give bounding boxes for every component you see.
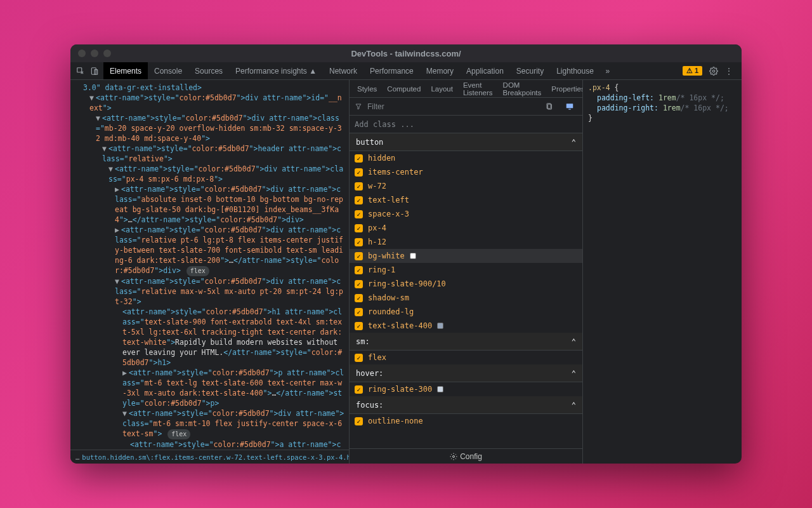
dom-node[interactable]: <attr-name">style="color:#5db0d7">h1 att… [74,307,345,368]
checkbox-icon[interactable]: ✓ [355,266,363,274]
more-tabs-icon[interactable]: » [601,65,614,77]
main-tab-network[interactable]: Network [323,62,363,79]
class-item[interactable]: ✓ring-1 [350,263,582,277]
checkbox-icon[interactable]: ✓ [355,154,363,163]
main-tab-lighthouse[interactable]: Lighthouse [550,62,600,79]
class-item[interactable]: ✓rounded-lg [350,305,582,319]
css-declaration[interactable]: padding-left: 1rem/* 16px */; [597,93,737,103]
dom-node[interactable]: ▶<attr-name">style="color:#5db0d7">div a… [74,225,345,276]
dom-tree[interactable]: 3.0" data-gr-ext-installed>▼<attr-name">… [70,80,349,450]
dom-node[interactable]: ▶<attr-name">style="color:#5db0d7">div a… [74,184,345,225]
class-item[interactable]: ✓items-center [350,165,582,179]
filter-input[interactable] [367,102,537,111]
main-tab-elements[interactable]: Elements [103,62,148,79]
device-preview-icon[interactable] [563,100,576,113]
window-title: DevTools - tailwindcss.com/ [351,49,461,58]
checkbox-icon[interactable]: ✓ [355,322,363,330]
chevron-up-icon: ⌃ [572,369,576,378]
class-item[interactable]: ✓space-x-3 [350,207,582,221]
color-swatch [437,386,443,392]
dom-node[interactable]: ▶<attr-name">style="color:#5db0d7">p att… [74,368,345,408]
inspect-element-icon[interactable] [75,66,86,76]
class-item[interactable]: ✓w-72 [350,179,582,193]
css-rules[interactable]: .px-4 { padding-left: 1rem/* 16px */;pad… [583,80,742,464]
class-group-header[interactable]: sm:⌃ [350,333,582,351]
checkbox-icon[interactable]: ✓ [355,308,363,316]
settings-icon[interactable] [707,65,720,77]
main-tab-bar: ElementsConsoleSourcesPerformance insigh… [70,62,742,80]
class-item[interactable]: ✓ring-slate-900/10 [350,277,582,291]
titlebar: DevTools - tailwindcss.com/ [70,44,742,62]
class-item[interactable]: ✓text-slate-400 [350,319,582,333]
add-class-input[interactable]: Add class ... [350,116,582,133]
checkbox-icon[interactable]: ✓ [355,385,363,394]
dom-node[interactable]: ▼<attr-name">style="color:#5db0d7">heade… [74,144,345,164]
checkbox-icon[interactable]: ✓ [355,196,363,204]
color-swatch [410,253,416,259]
clipboard-icon[interactable] [543,100,556,113]
class-item[interactable]: ✓ring-slate-300 [350,382,582,396]
class-item[interactable]: ✓text-left [350,193,582,207]
class-item[interactable]: ✓outline-none [350,414,582,428]
dom-node[interactable]: ▼<attr-name">style="color:#5db0d7">div a… [74,164,345,184]
svg-rect-7 [568,109,571,109]
minimize-window-button[interactable] [91,50,98,57]
class-item[interactable]: ✓bg-white [350,249,582,263]
device-toggle-icon[interactable] [89,66,100,76]
checkbox-icon[interactable]: ✓ [355,238,363,246]
config-button[interactable]: Config [350,448,582,464]
sub-tab-computed[interactable]: Computed [382,80,426,97]
dom-node[interactable]: <attr-name">style="color:#5db0d7">a attr… [74,439,345,450]
gear-icon [450,453,457,460]
class-list[interactable]: button⌃✓hidden✓items-center✓w-72✓text-le… [350,133,582,448]
sub-tab-dom-breakpoints[interactable]: DOM Breakpoints [498,80,547,97]
maximize-window-button[interactable] [103,50,111,57]
kebab-menu-icon[interactable]: ⋮ [723,65,735,77]
class-item[interactable]: ✓flex [350,351,582,364]
chevron-up-icon: ⌃ [572,337,576,346]
chevron-up-icon: ⌃ [572,401,576,410]
dom-node[interactable]: 3.0" data-gr-ext-installed> [74,83,345,93]
sub-tab-event-listeners[interactable]: Event Listeners [458,80,498,97]
breadcrumb[interactable]: … button.hidden.sm\:flex.items-center.w-… [70,450,349,464]
sub-tab-properties[interactable]: Properties [546,80,583,97]
checkbox-icon[interactable]: ✓ [355,417,363,425]
checkbox-icon[interactable]: ✓ [355,168,363,177]
class-group-header[interactable]: button⌃ [350,133,582,151]
main-tab-application[interactable]: Application [460,62,510,79]
checkbox-icon[interactable]: ✓ [355,252,363,260]
checkbox-icon[interactable]: ✓ [355,294,363,302]
dom-node[interactable]: ▼<attr-name">style="color:#5db0d7">div a… [74,408,345,439]
main-tab-performance-insights-[interactable]: Performance insights ▲ [229,62,323,79]
sub-tab-styles[interactable]: Styles [352,80,382,97]
side-panel: StylesComputedLayoutEvent ListenersDOM B… [350,80,583,464]
main-tab-sources[interactable]: Sources [188,62,229,79]
class-group-header[interactable]: focus:⌃ [350,396,582,414]
dom-node[interactable]: ▼<attr-name">style="color:#5db0d7">div a… [74,113,345,144]
sub-tab-bar: StylesComputedLayoutEvent ListenersDOM B… [350,80,582,98]
class-item[interactable]: ✓hidden [350,151,582,165]
dom-node[interactable]: ▼<attr-name">style="color:#5db0d7">div a… [74,93,345,113]
checkbox-icon[interactable]: ✓ [355,182,363,190]
checkbox-icon[interactable]: ✓ [355,210,363,218]
warning-badge[interactable]: ⚠ 1 [683,66,702,76]
class-item[interactable]: ✓shadow-sm [350,291,582,305]
main-tab-security[interactable]: Security [510,62,550,79]
class-item[interactable]: ✓h-12 [350,235,582,249]
color-swatch [437,323,443,329]
svg-rect-1 [91,67,96,74]
close-window-button[interactable] [78,50,86,57]
main-tab-console[interactable]: Console [148,62,188,79]
checkbox-icon[interactable]: ✓ [355,224,363,232]
checkbox-icon[interactable]: ✓ [355,280,363,288]
checkbox-icon[interactable]: ✓ [355,354,363,362]
css-declaration[interactable]: padding-right: 1rem/* 16px */; [597,103,737,113]
filter-row [350,98,582,116]
dom-node[interactable]: ▼<attr-name">style="color:#5db0d7">div a… [74,276,345,307]
main-tab-performance[interactable]: Performance [363,62,420,79]
class-group-header[interactable]: hover:⌃ [350,364,582,382]
sub-tab-layout[interactable]: Layout [426,80,458,97]
main-tab-memory[interactable]: Memory [420,62,460,79]
class-item[interactable]: ✓px-4 [350,221,582,235]
css-panel: .px-4 { padding-left: 1rem/* 16px */;pad… [583,80,742,464]
